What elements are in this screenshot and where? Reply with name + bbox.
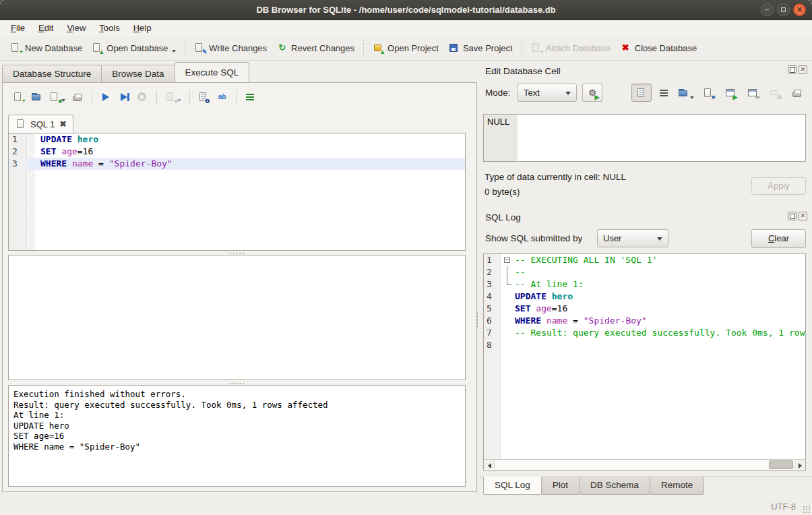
- toolbar-separator: [185, 40, 185, 56]
- save-sql-file-button[interactable]: ■: [46, 89, 69, 105]
- cell-size-label: 0 byte(s): [485, 187, 520, 197]
- right-dock-area: Edit Database Cell ✕ Mode: Text ⚙▶ ■▶∞⊖ …: [480, 61, 812, 497]
- tab-plot[interactable]: Plot: [541, 477, 580, 495]
- log-filter-label: Show SQL submitted by: [485, 233, 582, 243]
- print-cell-button[interactable]: [787, 84, 807, 102]
- save-project-icon: [448, 42, 460, 53]
- scrollbar-thumb[interactable]: [769, 460, 793, 469]
- close-database-button[interactable]: ✖Close Database: [615, 40, 702, 56]
- cell-editor[interactable]: NULL: [483, 114, 806, 162]
- tab-database-structure[interactable]: Database Structure: [2, 65, 102, 82]
- execute-all-button[interactable]: [97, 89, 115, 105]
- open-project-button[interactable]: ▲Open Project: [368, 40, 443, 56]
- tab-sql-1[interactable]: SQL 1 ✖: [8, 115, 73, 133]
- print-sql-button[interactable]: [69, 89, 87, 105]
- execute-current-line-button[interactable]: [115, 89, 133, 105]
- word-wrap-icon: [658, 88, 670, 98]
- menu-view[interactable]: View: [60, 21, 92, 35]
- float-dock-icon[interactable]: [788, 65, 797, 74]
- minimize-icon[interactable]: −: [761, 3, 774, 16]
- text-mode-button[interactable]: [631, 84, 652, 102]
- open-database-button[interactable]: ▲Open Database: [87, 40, 181, 56]
- export-results-button[interactable]: ■: [162, 89, 185, 105]
- code-line-8: 8: [484, 339, 805, 351]
- tab-db-schema[interactable]: DB Schema: [579, 477, 650, 495]
- titlebar[interactable]: DB Browser for SQLite - /home/user/code/…: [0, 0, 812, 20]
- tab-execute-sql[interactable]: Execute SQL: [175, 62, 250, 82]
- main-area: Database StructureBrowse DataExecute SQL…: [0, 61, 812, 497]
- replace-in-sql-button[interactable]: ab: [213, 89, 231, 105]
- code-line-7: 7-- Result: query executed successfully.…: [484, 327, 805, 339]
- new-sql-tab-icon: +: [13, 92, 24, 102]
- bottom-tabbar: SQL LogPlotDB SchemaRemote: [480, 477, 812, 495]
- execute-sql-page: +■✖■ab SQL 1 ✖ 1UPDATE hero2SET age=163W…: [2, 82, 477, 492]
- auto-apply-button[interactable]: ⚙▶: [582, 84, 602, 102]
- code-line-1: 1−-- EXECUTING ALL IN 'SQL 1': [484, 254, 805, 266]
- new-database-label: New Database: [25, 43, 82, 53]
- mode-select[interactable]: Text: [518, 84, 577, 102]
- maximize-icon[interactable]: [777, 3, 790, 16]
- clear-log-button[interactable]: Clear: [751, 229, 806, 248]
- float-dock-icon[interactable]: [788, 212, 797, 220]
- apply-button[interactable]: Apply: [751, 177, 806, 195]
- close-tab-icon[interactable]: ✖: [59, 119, 66, 129]
- close-icon[interactable]: ✕: [793, 3, 806, 16]
- sql-log-view[interactable]: 1−-- EXECUTING ALL IN 'SQL 1'2--3-- At l…: [483, 253, 806, 471]
- scroll-left-icon[interactable]: [485, 460, 495, 469]
- splitter-handle[interactable]: [8, 251, 466, 254]
- resize-grip[interactable]: [803, 506, 811, 514]
- word-wrap-button[interactable]: [654, 84, 674, 102]
- fold-marker-icon: [501, 266, 513, 278]
- import-cell-data-button[interactable]: [676, 84, 696, 102]
- fold-marker-icon[interactable]: −: [501, 254, 513, 266]
- dropdown-caret-icon: [172, 50, 176, 53]
- copy-cell-link-button[interactable]: ∞: [743, 84, 763, 102]
- main-tabbar: Database StructureBrowse DataExecute SQL: [2, 63, 249, 82]
- line-number: 2: [12, 146, 27, 158]
- format-sql-button[interactable]: [241, 89, 259, 105]
- dropdown-caret-icon: [690, 96, 694, 99]
- toolbar-separator: [156, 90, 157, 104]
- save-project-button[interactable]: Save Project: [443, 40, 518, 56]
- toolbar-separator: [92, 90, 92, 104]
- menu-edit[interactable]: Edit: [32, 21, 60, 35]
- find-in-sql-button[interactable]: [195, 89, 213, 105]
- toolbar-separator: [236, 90, 237, 104]
- open-in-external-app-icon: ▶: [725, 88, 737, 98]
- new-sql-tab-button[interactable]: +: [9, 89, 28, 105]
- sql-log-title: SQL Log: [485, 212, 521, 222]
- edit-cell-title: Edit Database Cell: [485, 66, 561, 76]
- tab-browse-data[interactable]: Browse Data: [101, 65, 175, 82]
- results-pane: [8, 255, 466, 380]
- new-database-button[interactable]: +New Database: [5, 40, 87, 56]
- open-in-external-app-button[interactable]: ▶: [720, 84, 741, 102]
- revert-changes-button[interactable]: ↻Revert Changes: [272, 40, 359, 56]
- encoding-label: UTF-8: [771, 502, 796, 512]
- format-sql-icon: [245, 92, 256, 102]
- stop-execution-button[interactable]: ✖: [133, 89, 152, 105]
- menu-tools[interactable]: Tools: [92, 21, 126, 35]
- write-changes-button[interactable]: ✎Write Changes: [189, 40, 272, 56]
- set-cell-null-button[interactable]: ⊖: [765, 84, 785, 102]
- export-cell-data-button[interactable]: ■: [698, 84, 718, 102]
- tab-sql-log[interactable]: SQL Log: [483, 477, 542, 495]
- horizontal-scrollbar[interactable]: [484, 459, 805, 470]
- open-sql-file-button[interactable]: [28, 89, 46, 105]
- log-filter-select[interactable]: User: [597, 229, 668, 247]
- sql-editor[interactable]: 1UPDATE hero2SET age=163WHERE name = "Sp…: [8, 133, 466, 251]
- cell-type-label: Type of data currently in cell: NULL: [485, 172, 626, 182]
- close-dock-icon[interactable]: ✕: [799, 65, 807, 74]
- scroll-right-icon[interactable]: [794, 460, 805, 469]
- close-dock-icon[interactable]: ✕: [799, 212, 807, 220]
- splitter-handle[interactable]: [8, 381, 466, 384]
- menu-help[interactable]: Help: [127, 21, 158, 35]
- stop-execution-icon: ✖: [137, 92, 148, 102]
- tab-remote[interactable]: Remote: [650, 477, 704, 495]
- window-title: DB Browser for SQLite - /home/user/code/…: [0, 0, 812, 20]
- attach-database-button[interactable]: +Attach Database: [526, 40, 615, 56]
- attach-database-icon: +: [531, 42, 542, 53]
- menu-file[interactable]: File: [4, 21, 32, 35]
- text-mode-icon: [636, 88, 648, 98]
- execute-all-icon: [100, 92, 112, 102]
- revert-changes-icon: ↻: [276, 42, 288, 53]
